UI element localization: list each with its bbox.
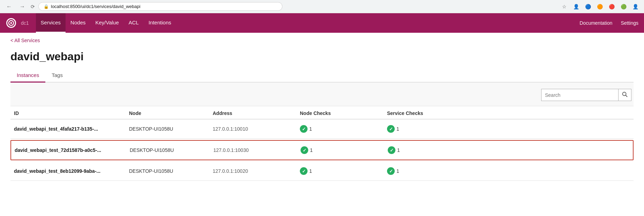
lock-icon: 🔒	[44, 4, 49, 9]
check-icon: ✓	[387, 167, 395, 175]
search-wrapper	[541, 89, 631, 101]
consul-logo	[6, 17, 17, 29]
search-area	[10, 83, 634, 106]
nav-intentions[interactable]: Intentions	[144, 13, 176, 33]
tabs-bar: Instances Tags	[10, 69, 634, 83]
col-node: Node	[126, 110, 209, 116]
row-address: 127.0.0.1:10020	[209, 168, 296, 174]
row-node: DESKTOP-UI1058U	[126, 168, 209, 174]
tab-instances[interactable]: Instances	[10, 69, 45, 83]
row-service-checks: ✓ 1	[384, 146, 471, 154]
url-bar[interactable]: 🔒 localhost:8500/ui/dc1/services/david_w…	[38, 2, 282, 11]
row-id: david_webapi_test_72d1587b-a0c5-...	[11, 147, 126, 153]
nav-acl[interactable]: ACL	[124, 13, 144, 33]
check-count: 1	[396, 126, 399, 132]
instances-table: ID Node Address Node Checks Service Chec…	[10, 106, 634, 181]
table-row[interactable]: david_webapi_test_4fafa217-b135-... DESK…	[10, 119, 634, 139]
datacenter-label: dc1	[21, 20, 29, 26]
node-checks-badge: ✓ 1	[300, 167, 312, 175]
row-service-checks: ✓ 1	[384, 125, 471, 133]
svg-line-3	[626, 95, 628, 97]
row-address: 127.0.0.1:10030	[210, 147, 297, 153]
bookmark-button[interactable]: ☆	[560, 2, 569, 11]
col-service-checks: Service Checks	[384, 110, 471, 116]
table-row[interactable]: david_webapi_test_72d1587b-a0c5-... DESK…	[10, 140, 634, 160]
search-button[interactable]	[618, 89, 631, 101]
node-checks-badge: ✓ 1	[300, 125, 312, 133]
settings-link[interactable]: Settings	[621, 20, 638, 26]
check-count: 1	[310, 147, 313, 153]
forward-button[interactable]: →	[17, 3, 27, 10]
check-count: 1	[397, 147, 400, 153]
svg-point-1	[10, 22, 12, 24]
table-header: ID Node Address Node Checks Service Chec…	[10, 106, 634, 119]
row-id: david_webapi_test_8eb12099-9aba-...	[10, 168, 126, 174]
profile-icon-1[interactable]: 👤	[571, 2, 581, 11]
logo-circle	[6, 18, 16, 28]
profile-icon-3[interactable]: 🟠	[595, 2, 604, 11]
tab-tags[interactable]: Tags	[45, 69, 69, 83]
svg-point-2	[623, 92, 626, 96]
nav-services[interactable]: Services	[36, 13, 66, 33]
profile-icon-4[interactable]: 🔴	[607, 2, 616, 11]
check-count: 1	[309, 168, 312, 174]
table-row[interactable]: david_webapi_test_8eb12099-9aba-... DESK…	[10, 162, 634, 181]
row-address: 127.0.0.1:10010	[209, 126, 296, 132]
check-icon: ✓	[300, 167, 308, 175]
profile-icon-5[interactable]: 🟢	[619, 2, 628, 11]
service-checks-badge: ✓ 1	[387, 167, 399, 175]
reload-button[interactable]: ⟳	[31, 4, 35, 9]
check-icon: ✓	[300, 125, 308, 133]
nav-nodes[interactable]: Nodes	[66, 13, 90, 33]
check-icon: ✓	[301, 146, 308, 154]
search-input[interactable]	[541, 90, 618, 100]
row-node-checks: ✓ 1	[296, 125, 384, 133]
navbar-right: Documentation Settings	[579, 20, 638, 26]
profile-icon-2[interactable]: 🔵	[583, 2, 592, 11]
nav-keyvalue[interactable]: Key/Value	[90, 13, 123, 33]
col-address: Address	[209, 110, 296, 116]
node-checks-badge: ✓ 1	[301, 146, 313, 154]
browser-chrome: ← → ⟳ 🔒 localhost:8500/ui/dc1/services/d…	[0, 0, 644, 13]
row-node: DESKTOP-UI1058U	[126, 126, 209, 132]
main-navbar: dc1 Services Nodes Key/Value ACL Intenti…	[0, 13, 644, 33]
service-checks-badge: ✓ 1	[387, 125, 399, 133]
row-node: DESKTOP-UI1058U	[126, 147, 210, 153]
row-id: david_webapi_test_4fafa217-b135-...	[10, 126, 126, 132]
back-button[interactable]: ←	[4, 3, 14, 10]
row-node-checks: ✓ 1	[296, 167, 384, 175]
url-text: localhost:8500/ui/dc1/services/david_web…	[51, 4, 277, 9]
check-count: 1	[396, 168, 399, 174]
row-node-checks: ✓ 1	[297, 146, 384, 154]
page-title: david_webapi	[10, 47, 634, 69]
check-icon: ✓	[388, 146, 395, 154]
col-node-checks: Node Checks	[296, 110, 384, 116]
check-count: 1	[309, 126, 312, 132]
browser-actions: ☆ 👤 🔵 🟠 🔴 🟢 👤	[560, 2, 640, 11]
service-checks-badge: ✓ 1	[388, 146, 400, 154]
main-content: All Services david_webapi Instances Tags…	[0, 33, 644, 181]
col-id: ID	[10, 110, 126, 116]
user-account-button[interactable]: 👤	[631, 2, 640, 11]
documentation-link[interactable]: Documentation	[579, 20, 612, 26]
row-service-checks: ✓ 1	[384, 167, 471, 175]
breadcrumb[interactable]: All Services	[10, 33, 634, 47]
check-icon: ✓	[387, 125, 395, 133]
